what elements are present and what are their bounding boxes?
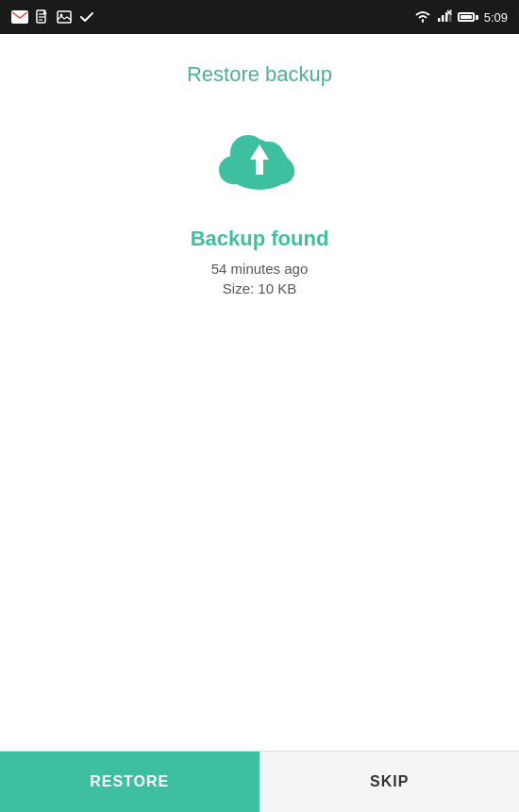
svg-rect-5 xyxy=(58,11,71,23)
svg-rect-8 xyxy=(442,15,444,22)
gmail-icon xyxy=(11,10,28,24)
skip-button[interactable]: SKIP xyxy=(260,752,520,812)
image-icon xyxy=(57,10,72,24)
wifi-icon xyxy=(414,9,431,25)
battery-icon xyxy=(458,12,478,22)
backup-time-ago: 54 minutes ago xyxy=(211,261,309,277)
check-icon xyxy=(79,10,94,24)
doc-icon xyxy=(36,9,49,25)
status-bar-left-icons xyxy=(11,9,94,25)
svg-rect-7 xyxy=(438,18,441,22)
status-bar: 5:09 xyxy=(0,0,519,34)
backup-found-label: Backup found xyxy=(191,227,329,251)
status-time: 5:09 xyxy=(484,10,508,25)
svg-rect-0 xyxy=(11,10,28,24)
main-content: Restore backup Backup found 54 minutes a… xyxy=(0,34,519,751)
page-title: Restore backup xyxy=(187,62,332,87)
restore-button[interactable]: RESTORE xyxy=(0,752,260,812)
cloud-upload-icon xyxy=(212,125,307,204)
status-bar-right-icons: 5:09 xyxy=(414,9,508,25)
signal-icon xyxy=(437,9,452,25)
bottom-buttons: RESTORE SKIP xyxy=(0,751,519,812)
backup-size: Size: 10 KB xyxy=(223,280,296,296)
